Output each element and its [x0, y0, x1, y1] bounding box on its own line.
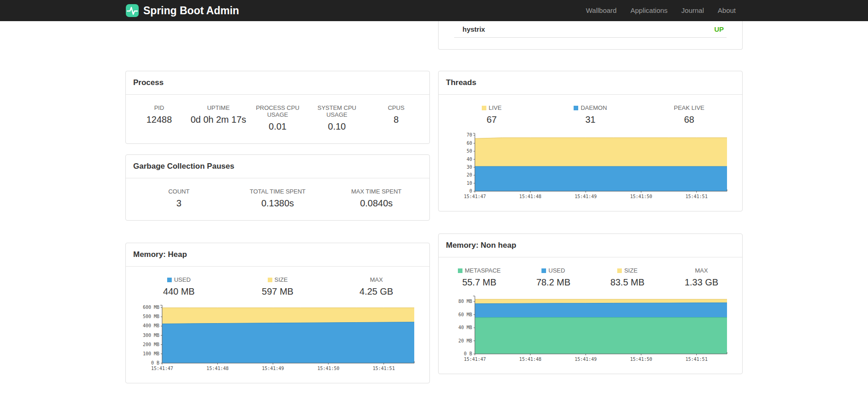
threads-live-swatch-icon [482, 106, 486, 110]
memory-heap-legend: USED 440 MB SIZE 597 MB MAX 4.25 GB [126, 267, 429, 298]
memory-heap-chart-area: 0 B100 MB200 MB300 MB400 MB500 MB600 MB1… [126, 298, 429, 383]
svg-text:15:41:51: 15:41:51 [686, 194, 708, 199]
service-row-hystrix: hystrix UP [454, 21, 727, 37]
svg-text:15:41:49: 15:41:49 [262, 366, 284, 371]
legend-value: 4.25 GB [327, 286, 426, 297]
svg-text:500 MB: 500 MB [143, 314, 159, 319]
legend-value: 67 [442, 114, 541, 125]
svg-text:15:41:51: 15:41:51 [373, 366, 395, 371]
svg-text:15:41:47: 15:41:47 [464, 194, 486, 199]
stat-system-cpu: SYSTEM CPU USAGE 0.10 [307, 104, 366, 132]
legend-label: USED [548, 267, 565, 274]
stat-gc-total-time: TOTAL TIME SPENT 0.1380s [228, 188, 327, 209]
gc-panel-heading: Garbage Collection Pauses [126, 155, 429, 178]
nonheap-used-swatch-icon [541, 268, 546, 273]
memory-nonheap-legend: METASPACE 55.7 MB USED 78.2 MB SIZE [439, 257, 742, 289]
legend-value: 78.2 MB [516, 277, 590, 288]
services-panel: hystrix UP [438, 21, 743, 50]
svg-text:15:41:48: 15:41:48 [207, 366, 229, 371]
legend-value: 55.7 MB [442, 277, 516, 288]
svg-text:0 B: 0 B [151, 360, 159, 365]
gc-stats: COUNT 3 TOTAL TIME SPENT 0.1380s MAX TIM… [126, 178, 429, 220]
stat-process-cpu: PROCESS CPU USAGE 0.01 [248, 104, 307, 132]
stat-value: 0.10 [307, 121, 366, 132]
heap-size-swatch-icon [268, 278, 272, 282]
stat-value: 12488 [130, 114, 189, 125]
legend-nonheap-size: SIZE 83.5 MB [591, 267, 665, 288]
memory-nonheap-chart: 0 B20 MB40 MB60 MB80 MB15:41:4715:41:481… [449, 292, 732, 365]
legend-heap-max: MAX 4.25 GB [327, 276, 426, 297]
legend-label: MAX [665, 267, 738, 274]
svg-text:15:41:50: 15:41:50 [630, 357, 652, 362]
heap-used-swatch-icon [167, 278, 172, 282]
threads-chart: 01020304050607015:41:4715:41:4815:41:491… [449, 130, 732, 202]
nav-item-wallboard[interactable]: Wallboard [579, 0, 624, 21]
service-row-wrap: hystrix UP [454, 21, 727, 38]
nav-item-applications[interactable]: Applications [624, 0, 675, 21]
legend-label: MAX [327, 276, 426, 283]
svg-text:70: 70 [467, 132, 472, 137]
stat-gc-max-time: MAX TIME SPENT 0.0840s [327, 188, 426, 209]
process-panel-heading: Process [126, 71, 429, 95]
legend-value: 440 MB [130, 286, 228, 297]
threads-panel-title: Threads [446, 78, 735, 87]
legend-value: 597 MB [228, 286, 327, 297]
legend-heap-used: USED 440 MB [130, 276, 228, 297]
nonheap-size-swatch-icon [617, 268, 622, 273]
svg-text:20: 20 [467, 172, 472, 177]
stat-gc-count: COUNT 3 [130, 188, 228, 209]
memory-nonheap-chart-area: 0 B20 MB40 MB60 MB80 MB15:41:4715:41:481… [439, 289, 742, 374]
spring-boot-admin-logo-icon [125, 4, 139, 17]
threads-daemon-swatch-icon [574, 106, 578, 110]
memory-heap-panel: Memory: Heap USED 440 MB SIZE 597 MB [125, 243, 430, 383]
svg-text:60 MB: 60 MB [458, 312, 472, 317]
threads-chart-area: 01020304050607015:41:4715:41:4815:41:491… [439, 126, 742, 211]
stat-value: 0d 0h 2m 17s [189, 114, 248, 125]
legend-value: 31 [541, 114, 640, 125]
memory-nonheap-title: Memory: Non heap [446, 241, 735, 250]
svg-text:15:41:47: 15:41:47 [464, 357, 486, 362]
memory-heap-heading: Memory: Heap [126, 243, 429, 267]
stat-label: SYSTEM CPU USAGE [307, 104, 366, 118]
stat-label: MAX TIME SPENT [327, 188, 426, 195]
svg-text:400 MB: 400 MB [143, 323, 159, 328]
nav-item-journal[interactable]: Journal [675, 0, 711, 21]
spacer [439, 38, 742, 49]
brand-link[interactable]: Spring Boot Admin [125, 4, 239, 17]
legend-label: SIZE [275, 276, 288, 283]
svg-text:60: 60 [467, 141, 472, 146]
nav-item-about[interactable]: About [711, 0, 743, 21]
svg-text:20 MB: 20 MB [458, 338, 472, 343]
stat-label: PID [130, 104, 189, 111]
navbar: Spring Boot Admin Wallboard Applications… [0, 0, 868, 21]
svg-text:80 MB: 80 MB [458, 299, 472, 304]
left-column: Process PID 12488 UPTIME 0d 0h 2m 17s PR… [125, 21, 430, 383]
svg-text:40: 40 [467, 157, 472, 162]
legend-label: PEAK LIVE [640, 104, 738, 111]
svg-text:30: 30 [467, 165, 472, 170]
svg-text:15:41:50: 15:41:50 [317, 366, 339, 371]
stat-value: 0.1380s [228, 198, 327, 209]
stat-value: 3 [130, 198, 228, 209]
svg-text:100 MB: 100 MB [143, 351, 159, 356]
svg-text:15:41:48: 15:41:48 [519, 194, 541, 199]
svg-text:200 MB: 200 MB [143, 342, 159, 347]
memory-nonheap-heading: Memory: Non heap [439, 234, 742, 257]
svg-text:15:41:49: 15:41:49 [575, 357, 597, 362]
legend-label: DAEMON [581, 104, 607, 111]
svg-text:40 MB: 40 MB [458, 325, 472, 330]
svg-text:10: 10 [467, 181, 472, 186]
dashboard-content: Process PID 12488 UPTIME 0d 0h 2m 17s PR… [125, 21, 743, 383]
legend-value: 68 [640, 114, 738, 125]
stat-pid: PID 12488 [130, 104, 189, 132]
gc-panel: Garbage Collection Pauses COUNT 3 TOTAL … [125, 154, 430, 221]
legend-value: 1.33 GB [665, 277, 738, 288]
svg-text:15:41:49: 15:41:49 [575, 194, 597, 199]
legend-threads-peak-live: PEAK LIVE 68 [640, 104, 738, 125]
process-stats: PID 12488 UPTIME 0d 0h 2m 17s PROCESS CP… [126, 95, 429, 143]
stat-label: TOTAL TIME SPENT [228, 188, 327, 195]
memory-heap-chart: 0 B100 MB200 MB300 MB400 MB500 MB600 MB1… [136, 302, 419, 374]
memory-nonheap-panel: Memory: Non heap METASPACE 55.7 MB USED … [438, 233, 743, 374]
stat-value: 0.0840s [327, 198, 426, 209]
stat-cpus: CPUS 8 [366, 104, 426, 132]
